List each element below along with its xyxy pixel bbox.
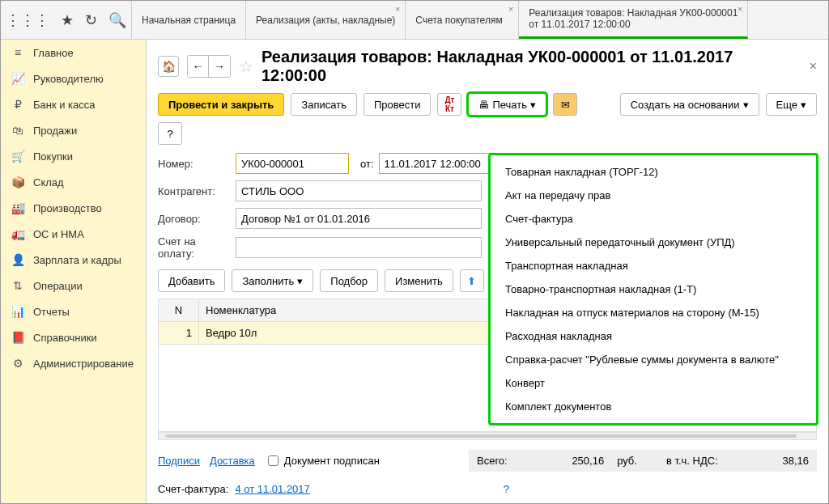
sidebar-item-label: Администрирование xyxy=(33,358,134,370)
sidebar-item-label: Производство xyxy=(33,202,102,214)
print-menu-item[interactable]: Универсальный передаточный документ (УПД… xyxy=(491,231,816,254)
tab-invoices[interactable]: Счета покупателям × xyxy=(406,1,519,39)
history-icon[interactable]: ↻ xyxy=(85,11,97,29)
sidebar-item[interactable]: 🚛ОС и НМА xyxy=(1,221,146,247)
close-icon[interactable]: × xyxy=(508,4,513,14)
col-n[interactable]: N xyxy=(159,299,199,322)
contract-label: Договор: xyxy=(158,213,231,225)
print-menu-item[interactable]: Справка-расчет "Рублевые суммы документа… xyxy=(491,348,816,371)
help-icon[interactable]: ? xyxy=(504,483,509,495)
favorite-star-icon[interactable]: ☆ xyxy=(239,57,253,76)
sidebar-item[interactable]: 👤Зарплата и кадры xyxy=(1,247,146,273)
add-row-button[interactable]: Добавить xyxy=(158,269,225,292)
signed-checkbox[interactable] xyxy=(268,455,278,466)
sidebar-item[interactable]: 🛍Продажи xyxy=(1,117,146,143)
number-label: Номер: xyxy=(158,158,231,170)
print-menu-item[interactable]: Конверт xyxy=(491,371,816,395)
invoice-out-link[interactable]: 4 от 11.01.2017 xyxy=(235,483,309,495)
main-content: 🏠 ← → ☆ Реализация товаров: Накладная УК… xyxy=(147,40,828,503)
tab-sales-acts[interactable]: Реализация (акты, накладные) × xyxy=(246,1,406,39)
move-up-button[interactable]: ⬆ xyxy=(460,269,484,292)
sidebar-item-label: Операции xyxy=(33,280,83,292)
sidebar-item-label: Справочники xyxy=(33,332,97,344)
tab-home[interactable]: Начальная страница xyxy=(132,1,246,39)
horizontal-scrollbar[interactable] xyxy=(158,432,817,440)
change-button[interactable]: Изменить xyxy=(385,269,453,292)
page-title: Реализация товаров: Накладная УК00-00000… xyxy=(261,48,801,85)
sidebar-item[interactable]: 🏭Производство xyxy=(1,195,146,221)
fill-button[interactable]: Заполнить ▾ xyxy=(232,269,313,292)
sidebar-icon: 📕 xyxy=(11,331,25,344)
sidebar-icon: 🛍 xyxy=(11,124,25,137)
back-button[interactable]: ← xyxy=(188,56,209,77)
print-menu-item[interactable]: Комплект документов xyxy=(491,395,816,418)
save-button[interactable]: Записать xyxy=(291,93,357,116)
sidebar-item[interactable]: 📈Руководителю xyxy=(1,66,146,91)
print-menu-item[interactable]: Счет-фактура xyxy=(491,207,816,231)
totals-bar: Всего: 250,16 руб. в т.ч. НДС: 38,16 xyxy=(469,450,817,472)
sidebar-item[interactable]: 🛒Покупки xyxy=(1,143,146,169)
sidebar-icon: ≡ xyxy=(11,46,25,59)
invoice-input[interactable] xyxy=(236,237,482,258)
invoice-label: Счет на оплату: xyxy=(158,235,231,260)
navigation-sidebar: ≡Главное📈Руководителю₽Банк и касса🛍Прода… xyxy=(1,40,147,503)
signatures-link[interactable]: Подписи xyxy=(158,455,200,467)
select-goods-button[interactable]: Подбор xyxy=(320,269,378,292)
sidebar-item-label: Руководителю xyxy=(33,73,104,85)
sidebar-item-label: Продажи xyxy=(33,125,77,137)
sidebar-icon: ⚙ xyxy=(11,357,25,370)
print-menu-item[interactable]: Товарная накладная (ТОРГ-12) xyxy=(491,160,816,184)
dtct-icon[interactable]: ДтКт xyxy=(437,93,461,116)
print-menu-item[interactable]: Расходная накладная xyxy=(491,324,816,348)
sidebar-icon: ₽ xyxy=(11,98,25,111)
print-menu-item[interactable]: Накладная на отпуск материалов на сторон… xyxy=(491,301,816,324)
sidebar-item[interactable]: ₽Банк и касса xyxy=(1,91,146,117)
post-and-close-button[interactable]: Провести и закрыть xyxy=(158,93,284,116)
more-button[interactable]: Еще ▾ xyxy=(766,93,817,116)
home-button[interactable]: 🏠 xyxy=(158,56,179,77)
close-icon[interactable]: × xyxy=(738,4,742,14)
invoice-out-label: Счет-фактура: xyxy=(158,483,228,495)
help-button[interactable]: ? xyxy=(158,122,182,145)
sidebar-item[interactable]: ≡Главное xyxy=(1,40,146,66)
email-button[interactable]: ✉ xyxy=(553,93,577,116)
search-icon[interactable]: 🔍 xyxy=(108,11,126,29)
delivery-link[interactable]: Доставка xyxy=(210,455,255,467)
document-tabs: Начальная страница Реализация (акты, нак… xyxy=(132,1,828,39)
sidebar-item-label: Главное xyxy=(33,47,74,59)
forward-button[interactable]: → xyxy=(209,56,230,77)
sidebar-icon: 👤 xyxy=(11,253,25,266)
topbar: ⋮⋮⋮ ★ ↻ 🔍 Начальная страница Реализация … xyxy=(1,1,828,40)
print-button[interactable]: 🖶 Печать ▾ xyxy=(468,93,546,116)
sidebar-item[interactable]: ⇅Операции xyxy=(1,273,146,299)
sidebar-item-label: Зарплата и кадры xyxy=(33,254,121,266)
sidebar-icon: 📦 xyxy=(11,176,25,188)
sidebar-item[interactable]: ⚙Администрирование xyxy=(1,350,146,376)
print-menu-item[interactable]: Акт на передачу прав xyxy=(491,184,816,207)
sidebar-icon: 🛒 xyxy=(11,150,25,163)
number-input[interactable] xyxy=(236,153,349,174)
sidebar-item-label: ОС и НМА xyxy=(33,228,84,240)
sidebar-item[interactable]: 📕Справочники xyxy=(1,324,146,350)
sidebar-item[interactable]: 📊Отчеты xyxy=(1,299,146,324)
sidebar-item[interactable]: 📦Склад xyxy=(1,169,146,195)
create-based-on-button[interactable]: Создать на основании ▾ xyxy=(620,93,759,116)
contract-input[interactable] xyxy=(236,208,482,229)
apps-grid-icon[interactable]: ⋮⋮⋮ xyxy=(6,11,49,29)
partner-input[interactable] xyxy=(236,180,482,201)
star-icon[interactable]: ★ xyxy=(61,11,74,29)
signed-label: Документ подписан xyxy=(284,455,380,467)
sidebar-item-label: Покупки xyxy=(33,150,73,163)
post-button[interactable]: Провести xyxy=(363,93,432,116)
sidebar-icon: 🏭 xyxy=(11,201,25,214)
sidebar-icon: 📊 xyxy=(11,305,25,318)
close-icon[interactable]: × xyxy=(395,4,400,14)
sidebar-item-label: Склад xyxy=(33,176,64,188)
close-document-button[interactable]: × xyxy=(810,59,817,74)
from-label: от: xyxy=(360,158,374,170)
print-menu-item[interactable]: Транспортная накладная xyxy=(491,254,816,277)
sidebar-icon: 📈 xyxy=(11,72,25,85)
tab-current-document[interactable]: Реализация товаров: Накладная УК00-00000… xyxy=(519,1,748,39)
print-dropdown-menu: Товарная накладная (ТОРГ-12)Акт на перед… xyxy=(488,153,818,426)
print-menu-item[interactable]: Товарно-транспортная накладная (1-Т) xyxy=(491,277,816,301)
